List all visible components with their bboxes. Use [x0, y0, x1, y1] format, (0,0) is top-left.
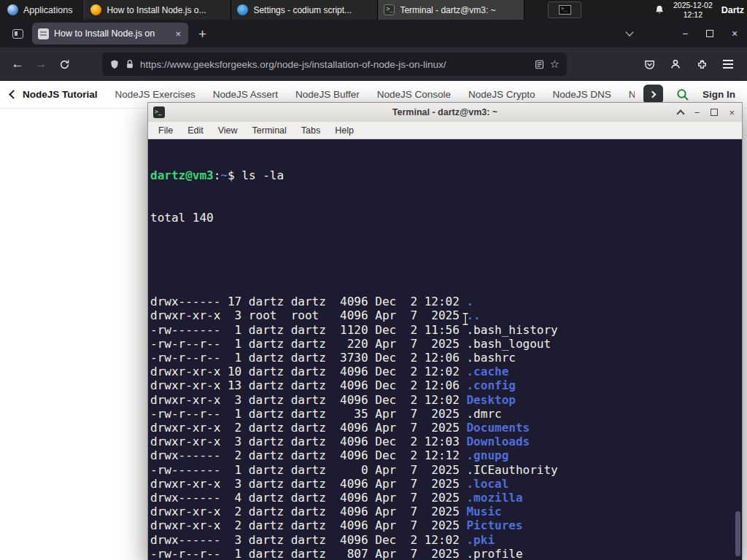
applications-menu-button[interactable]: Applications	[0, 0, 80, 20]
entry-name: .local	[466, 477, 508, 491]
terminal-menubar: FileEditViewTerminalTabsHelp	[148, 122, 742, 139]
entry-meta: drwxr-xr-x 3 dartz dartz 4096 Apr 7 2025	[150, 477, 466, 491]
menu-hamburger-icon[interactable]	[716, 52, 740, 76]
desktop-panel: Applications How to Install Node.js o...…	[0, 0, 747, 20]
lock-icon[interactable]	[125, 59, 134, 69]
site-nav-link[interactable]: NodeJS DNS	[553, 89, 611, 100]
taskbar-window-title: Terminal - dartz@vm3: ~	[400, 5, 495, 15]
window-close-button[interactable]: ×	[722, 20, 747, 47]
terminal-menu-item[interactable]: Help	[328, 125, 361, 136]
terminal-output[interactable]: dartz@vm3:~$ ls -la total 140 drwx------…	[148, 139, 742, 560]
terminal-line: drwxr-xr-x 2 dartz dartz 4096 Apr 7 2025…	[150, 518, 742, 532]
notification-bell-icon[interactable]	[654, 4, 665, 15]
browser-toolbar: ← → https://www.geeksforgeeks.org/node-j…	[0, 47, 747, 81]
entry-meta: drwx------ 3 dartz dartz 4096 Dec 2 12:0…	[150, 533, 466, 547]
site-nav-link[interactable]: NodeJS Assert	[213, 89, 278, 100]
chevron-left-icon[interactable]	[9, 90, 18, 99]
hamburger-lines	[723, 60, 733, 68]
pocket-icon[interactable]	[638, 52, 661, 76]
screen: Applications How to Install Node.js o...…	[0, 0, 747, 560]
total-line: total 140	[150, 211, 742, 225]
taskbar-app-icon	[237, 4, 248, 15]
terminal-line: drwxr-xr-x 3 dartz dartz 4096 Dec 2 12:0…	[150, 435, 742, 448]
firefox-view-button[interactable]	[7, 23, 28, 44]
terminal-titlebar[interactable]: Terminal - dartz@vm3: ~ − ×	[148, 103, 742, 122]
new-tab-button[interactable]: +	[198, 27, 206, 41]
site-nav-link[interactable]: NodeJS Crypto	[468, 89, 535, 100]
entry-meta: drwxr-xr-x 2 dartz dartz 4096 Apr 7 2025	[150, 518, 466, 532]
terminal-line: -rw-r--r-- 1 dartz dartz 3730 Dec 2 12:0…	[150, 351, 742, 365]
terminal-maximize-button[interactable]	[711, 109, 718, 116]
tabbar-controls: − ×	[617, 20, 747, 47]
taskbar-window-button[interactable]: Settings - codium script...	[231, 0, 378, 20]
browser-tab[interactable]: How to Install Node.js on ×	[32, 23, 188, 44]
terminal-close-button[interactable]: ×	[729, 107, 735, 118]
clock-date: 2025-12-02	[673, 1, 713, 10]
distro-logo-icon	[7, 4, 18, 15]
extensions-icon[interactable]	[690, 52, 713, 76]
terminal-line: -rw-r--r-- 1 dartz dartz 807 Apr 7 2025 …	[150, 547, 742, 560]
shade-window-icon[interactable]	[676, 109, 684, 117]
terminal-line: drwxr-xr-x 10 dartz dartz 4096 Dec 2 12:…	[150, 365, 742, 378]
taskbar-window-title: Settings - codium script...	[253, 5, 352, 15]
bookmark-star-icon[interactable]: ☆	[550, 58, 560, 71]
window-maximize-button[interactable]	[697, 20, 722, 47]
reader-mode-icon[interactable]	[535, 60, 544, 69]
terminal-line: drwxr-xr-x 2 dartz dartz 4096 Apr 7 2025…	[150, 421, 742, 435]
terminal-menu-item[interactable]: View	[211, 125, 245, 136]
terminal-scrollbar-thumb[interactable]	[735, 511, 740, 556]
tray-terminal-launcher[interactable]	[548, 1, 581, 18]
terminal-menu-item[interactable]: File	[151, 125, 180, 136]
terminal-menu-item[interactable]: Terminal	[245, 125, 294, 136]
entry-name: .mozilla	[466, 491, 522, 505]
terminal-line: -rw-r--r-- 1 dartz dartz 35 Apr 7 2025 .…	[150, 407, 742, 421]
entry-meta: drwx------ 2 dartz dartz 4096 Dec 2 12:1…	[150, 448, 466, 462]
terminal-line: drwxr-xr-x 3 root root 4096 Apr 7 2025 .…	[150, 308, 742, 322]
entry-meta: -rw-r--r-- 1 dartz dartz 807 Apr 7 2025	[150, 547, 466, 560]
applications-label: Applications	[23, 5, 72, 15]
terminal-menu-item[interactable]: Tabs	[294, 125, 328, 136]
back-button[interactable]: ←	[6, 52, 29, 76]
entry-meta: drwxr-xr-x 3 dartz dartz 4096 Dec 2 12:0…	[150, 393, 466, 407]
search-icon[interactable]	[676, 88, 689, 101]
taskbar-window-button[interactable]: Terminal - dartz@vm3: ~	[378, 0, 525, 20]
account-icon[interactable]	[664, 52, 687, 76]
entry-name: .bash_history	[466, 323, 557, 337]
entry-name: .cache	[466, 365, 508, 378]
maximize-icon	[706, 30, 713, 37]
window-minimize-button[interactable]: −	[673, 20, 697, 47]
entry-name: .profile	[466, 547, 522, 560]
entry-name: Pictures	[466, 518, 522, 532]
site-nav-link[interactable]: NodeJS Exercises	[115, 89, 196, 100]
taskbar-window-button[interactable]: How to Install Node.js o...	[85, 0, 231, 20]
taskbar-window-title: How to Install Node.js o...	[107, 5, 206, 15]
list-all-tabs-button[interactable]	[617, 20, 642, 47]
taskbar-window-list: How to Install Node.js o... Settings - c…	[84, 0, 525, 20]
site-nav-link[interactable]: NodeJS Console	[377, 89, 451, 100]
terminal-window: Terminal - dartz@vm3: ~ − × FileEditView…	[147, 102, 743, 560]
site-nav-link[interactable]: NodeJS Buffer	[295, 89, 360, 100]
chevron-right-icon	[649, 91, 656, 98]
entry-name: Desktop	[466, 393, 515, 407]
tabbar-spacer	[642, 20, 673, 47]
entry-name: Documents	[466, 421, 530, 435]
chevron-down-icon	[625, 28, 633, 36]
sign-in-button[interactable]: Sign In	[703, 89, 735, 100]
url-bar[interactable]: https://www.geeksforgeeks.org/node-js/in…	[102, 52, 567, 76]
panel-clock[interactable]: 2025-12-02 12:12	[673, 1, 713, 19]
entry-name: Music	[466, 505, 501, 518]
taskbar-app-icon	[90, 4, 101, 15]
terminal-line: -rw------- 1 dartz dartz 1120 Dec 2 11:5…	[150, 323, 742, 337]
nav-scroll-right-button[interactable]	[643, 85, 663, 104]
forward-button[interactable]: →	[29, 52, 53, 76]
tracking-shield-icon[interactable]	[109, 59, 120, 70]
tab-close-icon[interactable]: ×	[174, 28, 182, 39]
terminal-menu-item[interactable]: Edit	[180, 125, 211, 136]
typed-command: ls -la	[241, 168, 284, 182]
terminal-minimize-button[interactable]: −	[694, 107, 700, 118]
terminal-line: drwxr-xr-x 3 dartz dartz 4096 Dec 2 12:0…	[150, 393, 742, 407]
site-nav-active-item[interactable]: NodeJS Tutorial	[23, 89, 98, 100]
entry-meta: drwxr-xr-x 3 root root 4096 Apr 7 2025	[150, 308, 466, 322]
reload-button[interactable]	[53, 52, 76, 76]
entry-meta: drwxr-xr-x 10 dartz dartz 4096 Dec 2 12:…	[150, 365, 466, 378]
